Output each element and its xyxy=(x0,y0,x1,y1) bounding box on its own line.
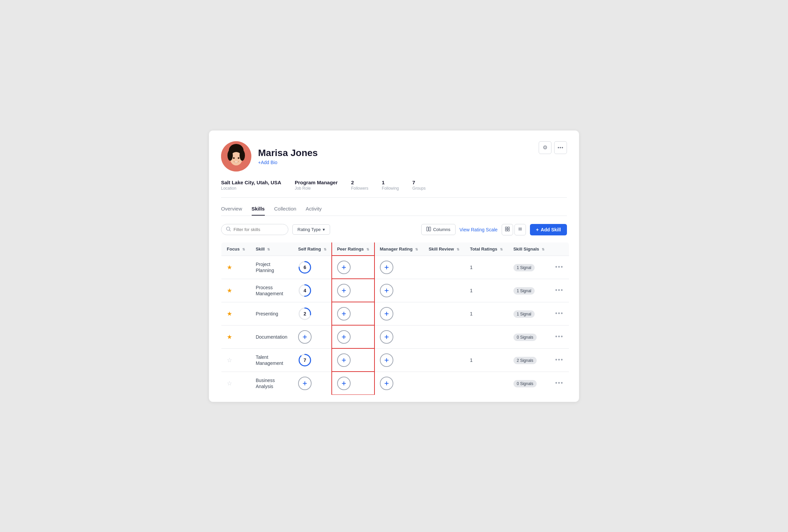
columns-button[interactable]: Columns xyxy=(421,224,455,235)
manager-rating-cell xyxy=(374,302,423,325)
add-rating-button[interactable] xyxy=(380,307,393,321)
row-more-button[interactable]: ••• xyxy=(555,264,564,270)
skill-signals-cell: 0 Signals xyxy=(508,325,550,348)
focus-sort-icon: ⇅ xyxy=(242,247,245,251)
meta-followers[interactable]: 2 Followers xyxy=(351,180,368,191)
focus-star[interactable]: ☆ xyxy=(227,357,232,364)
search-icon xyxy=(226,227,231,232)
meta-location: Salt Lake City, Utah, USA Location xyxy=(221,180,281,191)
focus-star[interactable]: ★ xyxy=(227,287,232,294)
focus-star[interactable]: ★ xyxy=(227,310,232,317)
filter-label: Rating Type xyxy=(297,227,321,232)
more-options-button[interactable]: ••• xyxy=(554,141,567,154)
focus-star[interactable]: ☆ xyxy=(227,380,232,387)
skill-name: Presenting xyxy=(256,311,278,316)
self-rating-circle[interactable]: 6 xyxy=(298,261,312,274)
add-rating-button[interactable] xyxy=(380,261,393,274)
skill-review-cell xyxy=(423,255,465,279)
add-rating-button[interactable] xyxy=(380,377,393,390)
tab-collection[interactable]: Collection xyxy=(274,206,296,216)
followers-value: 2 xyxy=(351,180,368,185)
self-rating-cell: 2 xyxy=(293,302,332,325)
rating-type-filter[interactable]: Rating Type ▾ xyxy=(292,224,330,235)
columns-label: Columns xyxy=(433,227,450,232)
svg-rect-12 xyxy=(508,227,509,229)
gear-button[interactable]: ⚙ xyxy=(539,141,551,154)
view-rating-scale-link[interactable]: View Rating Scale xyxy=(460,227,498,232)
manager-rating-cell xyxy=(374,325,423,348)
skill-signals-cell: 0 Signals xyxy=(508,372,550,395)
peer-rating-cell xyxy=(332,302,374,325)
meta-groups[interactable]: 7 Groups xyxy=(413,180,426,191)
skill-name-cell: Presenting xyxy=(250,302,293,325)
job-role-value: Program Manager xyxy=(295,180,338,185)
toolbar-right: Columns View Rating Scale xyxy=(421,224,567,236)
add-rating-button[interactable] xyxy=(380,330,393,344)
svg-rect-11 xyxy=(505,227,507,229)
svg-point-6 xyxy=(238,157,240,159)
row-more-button[interactable]: ••• xyxy=(555,380,564,386)
skill-review-cell xyxy=(423,348,465,372)
add-rating-button[interactable] xyxy=(298,377,312,390)
focus-cell: ★ xyxy=(221,325,250,348)
focus-star[interactable]: ★ xyxy=(227,264,232,271)
svg-rect-9 xyxy=(427,227,428,231)
signal-badge: 2 Signals xyxy=(513,357,537,364)
self-rating-cell: 4 xyxy=(293,279,332,302)
add-rating-button[interactable] xyxy=(337,261,351,274)
skill-name-cell: Process Management xyxy=(250,279,293,302)
self-rating-circle[interactable]: 7 xyxy=(298,353,312,367)
row-more-button[interactable]: ••• xyxy=(555,356,564,363)
add-rating-button[interactable] xyxy=(298,330,312,344)
skill-review-cell xyxy=(423,279,465,302)
row-actions-cell: ••• xyxy=(550,325,569,348)
table-header-row: Focus ⇅ Skill ⇅ Self Rating ⇅ Peer Ratin… xyxy=(221,242,569,255)
focus-star[interactable]: ★ xyxy=(227,333,232,340)
total-ratings-value: 1 xyxy=(470,311,473,316)
row-actions-cell: ••• xyxy=(550,279,569,302)
meta-following[interactable]: 1 Following xyxy=(382,180,399,191)
meta-row: Salt Lake City, Utah, USA Location Progr… xyxy=(221,180,567,198)
table-row: ★Presenting 2 11 Signal••• xyxy=(221,302,569,325)
row-actions-cell: ••• xyxy=(550,302,569,325)
self-rating-cell xyxy=(293,372,332,395)
profile-left: Marisa Jones +Add Bio xyxy=(221,141,318,171)
skills-toolbar: Rating Type ▾ Columns View Rating Scale xyxy=(221,224,567,236)
skill-signals-cell: 1 Signal xyxy=(508,302,550,325)
row-more-button[interactable]: ••• xyxy=(555,310,564,317)
search-input[interactable] xyxy=(234,227,283,232)
followers-label: Followers xyxy=(351,186,368,191)
signal-badge: 1 Signal xyxy=(513,264,535,271)
add-bio-link[interactable]: +Add Bio xyxy=(258,160,318,165)
ellipsis-icon: ••• xyxy=(557,145,564,150)
location-value: Salt Lake City, Utah, USA xyxy=(221,180,281,185)
signal-badge: 0 Signals xyxy=(513,333,537,341)
location-label: Location xyxy=(221,186,281,191)
manager-rating-cell xyxy=(374,255,423,279)
total-ratings-value: 1 xyxy=(470,357,473,363)
add-rating-button[interactable] xyxy=(337,330,351,344)
job-role-label: Job Role xyxy=(295,186,338,191)
add-rating-button[interactable] xyxy=(337,377,351,390)
self-rating-circle[interactable]: 4 xyxy=(298,284,312,297)
search-box[interactable] xyxy=(221,224,288,235)
add-rating-button[interactable] xyxy=(380,353,393,367)
self-rating-circle[interactable]: 2 xyxy=(298,307,312,321)
row-more-button[interactable]: ••• xyxy=(555,287,564,293)
tab-overview[interactable]: Overview xyxy=(221,206,242,216)
row-more-button[interactable]: ••• xyxy=(555,333,564,340)
add-rating-button[interactable] xyxy=(337,307,351,321)
add-skill-button[interactable]: + Add Skill xyxy=(530,224,567,236)
list-view-button[interactable] xyxy=(514,224,526,236)
add-rating-button[interactable] xyxy=(380,284,393,297)
add-rating-button[interactable] xyxy=(337,284,351,297)
add-rating-button[interactable] xyxy=(337,353,351,367)
skills-table: Focus ⇅ Skill ⇅ Self Rating ⇅ Peer Ratin… xyxy=(221,242,569,395)
avatar xyxy=(221,141,251,171)
signal-badge: 1 Signal xyxy=(513,310,535,318)
tab-skills[interactable]: Skills xyxy=(252,206,265,216)
skill-review-sort-icon: ⇅ xyxy=(457,247,459,251)
tab-activity[interactable]: Activity xyxy=(306,206,322,216)
grid-view-button[interactable] xyxy=(502,224,513,236)
th-self-rating: Self Rating ⇅ xyxy=(293,242,332,255)
